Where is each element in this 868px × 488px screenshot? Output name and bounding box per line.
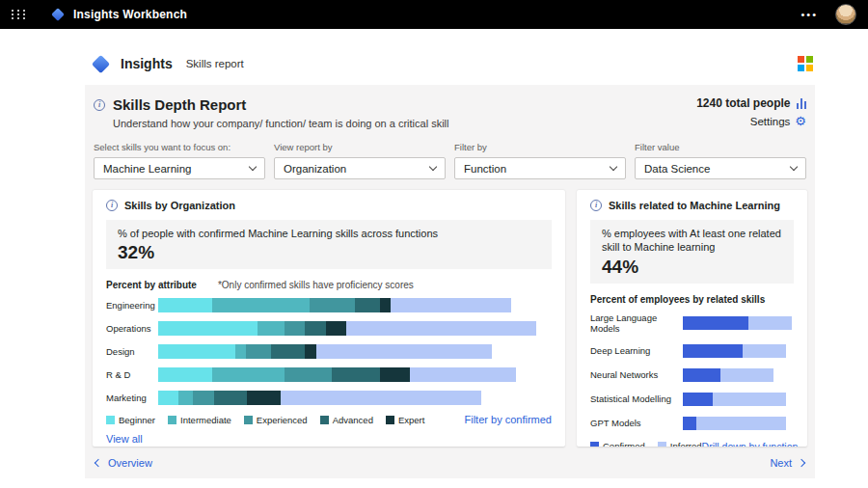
bar-segment	[713, 393, 786, 406]
bar-segment	[310, 298, 355, 312]
chart-row-label: Engineering	[106, 300, 158, 311]
chart-row-track	[683, 368, 794, 382]
chart-row: Deep Learning	[590, 344, 794, 358]
dropdown-value: Machine Learning	[103, 163, 191, 175]
chart-legend: BeginnerIntermediateExperiencedAdvancedE…	[106, 415, 424, 425]
gear-icon: ⚙	[795, 115, 806, 127]
dropdown-value: Organization	[284, 163, 346, 175]
bar-segment	[212, 298, 310, 312]
bar-segment	[346, 321, 536, 336]
user-avatar[interactable]	[835, 4, 856, 25]
bar-segment	[246, 344, 271, 359]
skill-select-dropdown[interactable]: Machine Learning	[94, 157, 265, 179]
filter-by-dropdown[interactable]: Function	[454, 157, 626, 179]
bar-segment	[258, 321, 285, 336]
chart-row-track	[158, 321, 552, 336]
legend-item: Experienced	[244, 415, 308, 425]
legend-label: Inferred	[670, 441, 702, 447]
stat-label: % of people with confirmed Machine Learn…	[118, 227, 540, 240]
info-icon: i	[590, 200, 602, 211]
report-header: i Skills Depth Report Understand how you…	[93, 96, 807, 129]
bar-segment	[316, 344, 492, 359]
bar-segment	[683, 368, 720, 382]
bar-segment	[683, 393, 713, 406]
bar-segment	[193, 391, 214, 405]
chevron-down-icon	[249, 163, 257, 171]
bar-segment	[355, 298, 380, 312]
legend-label: Intermediate	[180, 415, 231, 425]
bar-segment	[214, 391, 248, 405]
chart-row: Neural Networks	[590, 368, 794, 382]
legend-swatch	[386, 416, 394, 424]
report-panel: i Skills Depth Report Understand how you…	[85, 85, 815, 478]
bar-segment	[285, 321, 305, 336]
stat-value: 32%	[118, 242, 540, 263]
bar-segment	[247, 391, 281, 405]
bar-segment	[281, 391, 481, 405]
settings-button[interactable]: Settings ⚙	[750, 115, 806, 127]
next-link[interactable]: Next	[770, 457, 804, 469]
bar-segment	[158, 391, 178, 405]
chart-row-label: Design	[106, 346, 158, 357]
bar-segment	[683, 316, 748, 330]
total-people-count: 1240 total people	[696, 96, 790, 110]
legend-item: Expert	[386, 415, 424, 425]
bar-chart-icon	[797, 98, 807, 109]
drill-down-link[interactable]: Drill down by function	[702, 441, 799, 447]
more-options-icon[interactable]: •••	[800, 9, 818, 20]
legend-swatch	[658, 442, 666, 447]
chevron-down-icon	[429, 163, 437, 171]
chevron-left-icon	[95, 459, 102, 467]
chart-row-label: Deep Learning	[590, 345, 683, 356]
chart-row: Operations	[106, 321, 552, 336]
legend-label: Advanced	[333, 415, 373, 425]
related-skills-card: i Skills related to Machine Learning % e…	[577, 190, 807, 447]
bar-segment	[158, 298, 212, 312]
view-all-link[interactable]: View all	[106, 433, 143, 445]
legend-label: Experienced	[257, 415, 308, 425]
stacked-bar-chart: Large Language ModelsDeep LearningNeural…	[590, 312, 794, 430]
overview-back-link[interactable]: Overview	[95, 457, 152, 469]
axis-label: Percent of employees by related skills	[590, 294, 765, 305]
chart-row-track	[158, 344, 552, 359]
chart-row-label: GPT Models	[590, 418, 683, 428]
waffle-menu-icon[interactable]	[12, 10, 27, 19]
view-report-by-dropdown[interactable]: Organization	[274, 157, 446, 179]
microsoft-logo-icon	[798, 56, 814, 72]
bar-segment	[212, 367, 285, 382]
axis-label: Percent by attribute	[106, 280, 197, 290]
legend-swatch	[320, 416, 329, 424]
bar-segment	[158, 321, 258, 336]
page-title: Skills Depth Report	[113, 96, 246, 113]
legend-label: Confirmed	[603, 441, 645, 447]
chevron-down-icon	[610, 163, 617, 171]
chart-row-label: Operations	[106, 323, 158, 334]
bar-segment	[285, 367, 332, 382]
legend-swatch	[106, 416, 115, 424]
insights-logo-icon	[92, 54, 110, 72]
legend-item: Confirmed	[590, 441, 645, 447]
next-label: Next	[770, 457, 792, 469]
app-title: Insights Workbench	[73, 8, 187, 21]
chart-note: *Only confirmed skills have proficiency …	[218, 280, 414, 290]
insights-logo-icon	[51, 8, 65, 21]
page-subtitle: Understand how your company/ function/ t…	[113, 118, 449, 129]
skills-by-organization-card: i Skills by Organization % of people wit…	[93, 190, 565, 447]
filter-label: Select skills you want to focus on:	[94, 142, 265, 152]
legend-label: Expert	[398, 415, 424, 425]
chart-row-label: Large Language Models	[590, 312, 683, 334]
filter-value-dropdown[interactable]: Data Science	[635, 157, 806, 179]
chart-row: Marketing	[106, 391, 552, 405]
chevron-down-icon	[790, 163, 798, 171]
chart-row: Statistical Modelling	[590, 393, 794, 406]
filter-label: Filter by	[454, 142, 626, 152]
chart-row-track	[683, 393, 794, 406]
breadcrumb: Skills report	[186, 58, 244, 69]
bar-segment	[158, 344, 235, 359]
card-title: Skills by Organization	[124, 200, 235, 211]
filter-by-confirmed-link[interactable]: Filter by confirmed	[465, 414, 552, 425]
bar-segment	[696, 417, 786, 430]
chart-row-track	[158, 367, 552, 382]
brand-name: Insights	[121, 56, 173, 71]
chart-row-track	[683, 316, 794, 330]
